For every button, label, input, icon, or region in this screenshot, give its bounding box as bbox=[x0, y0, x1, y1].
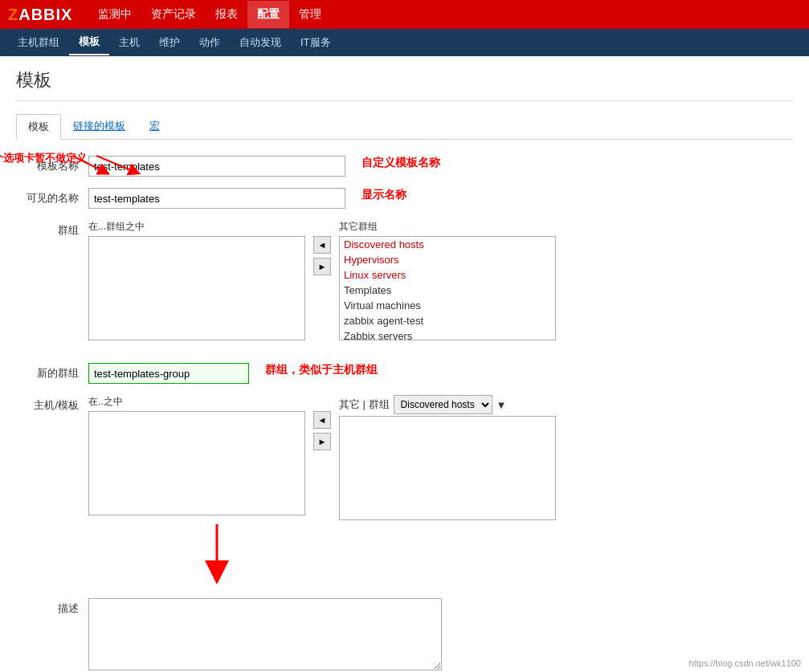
sub-nav-hosts[interactable]: 主机 bbox=[109, 31, 149, 55]
annotation-custom-name: 自定义模板名称 bbox=[362, 156, 440, 170]
list-item[interactable]: zabbix agent-test bbox=[340, 313, 555, 328]
nav-config[interactable]: 配置 bbox=[247, 1, 289, 28]
group-label: 群组 bbox=[16, 220, 88, 238]
sub-nav-maintenance[interactable]: 维护 bbox=[149, 31, 190, 55]
sub-nav-templates[interactable]: 模板 bbox=[69, 30, 109, 55]
annotation-tabs-note: 此两个选项卡暂不做定义 bbox=[0, 152, 100, 165]
sub-nav: 主机群组 模板 主机 维护 动作 自动发现 IT服务 bbox=[0, 29, 809, 56]
tab-template[interactable]: 模板 bbox=[16, 114, 61, 140]
in-among-label: 在..之中 bbox=[88, 395, 305, 409]
annotation-arrow-down bbox=[169, 520, 329, 584]
nav-admin[interactable]: 管理 bbox=[289, 1, 331, 28]
list-item[interactable]: Templates bbox=[340, 283, 555, 298]
host-template-label: 主机/模板 bbox=[16, 395, 88, 413]
new-group-label: 新的群组 bbox=[16, 363, 88, 381]
nav-assets[interactable]: 资产记录 bbox=[141, 1, 206, 28]
in-group-box: 在...群组之中 bbox=[88, 220, 305, 340]
description-textarea[interactable] bbox=[88, 598, 442, 670]
host-template-section: 在..之中 ◄ ► 其它 | 群组 Discovered hosts bbox=[88, 395, 556, 587]
nav-reports[interactable]: 报表 bbox=[206, 1, 247, 28]
sub-nav-host-groups[interactable]: 主机群组 bbox=[8, 31, 69, 55]
sub-nav-discovery[interactable]: 自动发现 bbox=[230, 31, 291, 55]
move-right-button[interactable]: ► bbox=[313, 258, 331, 275]
other-group-select[interactable]: Discovered hosts Hypervisors Linux serve… bbox=[394, 395, 492, 414]
footer-url: https://blog.csdn.net/wk1100 bbox=[689, 658, 801, 668]
other-group-selector-label: 其它 | 群组 bbox=[339, 397, 390, 412]
annotation-group-note: 群组，类似于主机群组 bbox=[265, 363, 378, 377]
list-item[interactable]: Discovered hosts bbox=[340, 237, 555, 252]
nav-monitor[interactable]: 监测中 bbox=[88, 1, 141, 28]
visible-name-label: 可见的名称 bbox=[16, 188, 88, 206]
sub-nav-it-services[interactable]: IT服务 bbox=[291, 31, 341, 55]
list-item[interactable]: Hypervisors bbox=[340, 252, 555, 267]
group-arrow-buttons: ◄ ► bbox=[313, 220, 331, 275]
in-group-listbox[interactable] bbox=[88, 236, 305, 340]
list-item[interactable]: Virtual machines bbox=[340, 298, 555, 313]
other-group-listbox[interactable]: Discovered hosts Hypervisors Linux serve… bbox=[339, 236, 556, 340]
annotation-display-name: 显示名称 bbox=[362, 188, 407, 202]
in-among-listbox[interactable] bbox=[88, 411, 305, 515]
list-item[interactable]: Zabbix servers bbox=[340, 328, 555, 340]
zabbix-logo: ZABBIX bbox=[8, 6, 72, 24]
list-item[interactable]: Linux servers bbox=[340, 267, 555, 283]
description-label: 描述 bbox=[16, 598, 88, 616]
other-host-listbox[interactable] bbox=[339, 416, 556, 520]
host-move-left-button[interactable]: ◄ bbox=[313, 411, 331, 429]
visible-name-input[interactable] bbox=[88, 188, 345, 209]
in-group-label: 在...群组之中 bbox=[88, 220, 305, 234]
top-nav: ZABBIX 监测中 资产记录 报表 配置 管理 bbox=[0, 0, 809, 29]
page-title: 模板 bbox=[16, 68, 793, 101]
groups-section: 在...群组之中 ◄ ► 其它群组 Discovered hosts Hyper… bbox=[88, 220, 556, 340]
other-group-selector: 其它 | 群组 Discovered hosts Hypervisors Lin… bbox=[339, 395, 556, 414]
dropdown-arrow-icon: ▼ bbox=[496, 399, 507, 411]
other-group-label: 其它群组 bbox=[339, 220, 556, 234]
in-among-box: 在..之中 bbox=[88, 395, 305, 515]
host-move-right-button[interactable]: ► bbox=[313, 433, 331, 450]
tab-linked-templates[interactable]: 链接的模板 bbox=[61, 113, 137, 139]
host-template-arrow-buttons: ◄ ► bbox=[313, 395, 331, 450]
tabs-container: 模板 链接的模板 宏 bbox=[16, 113, 793, 140]
sub-nav-actions[interactable]: 动作 bbox=[190, 31, 230, 55]
move-left-button[interactable]: ◄ bbox=[313, 236, 331, 254]
tab-macros[interactable]: 宏 bbox=[137, 113, 172, 139]
new-group-input[interactable] bbox=[88, 363, 249, 384]
other-group-box: 其它群组 Discovered hosts Hypervisors Linux … bbox=[339, 220, 556, 340]
other-host-box: 其它 | 群组 Discovered hosts Hypervisors Lin… bbox=[339, 395, 556, 520]
template-name-input[interactable] bbox=[88, 156, 345, 177]
